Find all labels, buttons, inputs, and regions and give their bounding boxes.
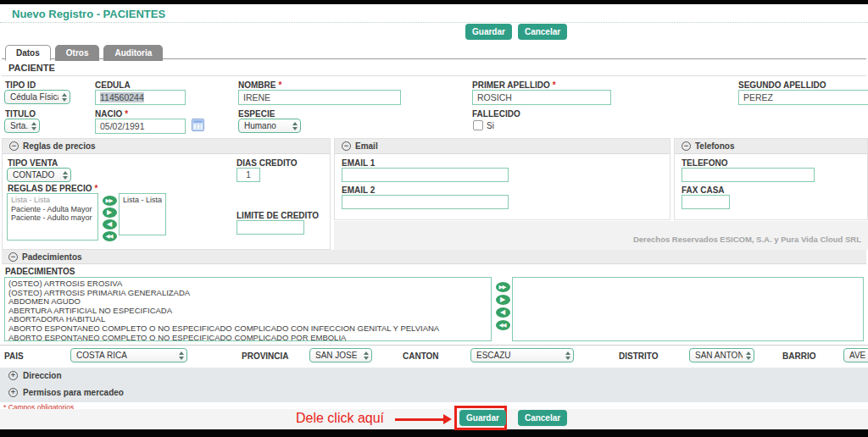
move-right-button[interactable]: ▶ xyxy=(496,295,510,305)
distrito-select[interactable]: SAN ANTONIO xyxy=(689,348,754,362)
collapse-icon[interactable]: − xyxy=(9,141,19,151)
tipo-id-label: TIPO ID xyxy=(5,80,36,90)
reglas-precio-selected-list[interactable]: Lista - Lista xyxy=(119,193,166,235)
list-item[interactable]: Paciente - Adulto mayor xyxy=(11,213,94,223)
annotation-arrow-line xyxy=(395,418,444,421)
collapse-icon[interactable]: − xyxy=(342,141,351,151)
tab-bar: Datos Otros Auditoria xyxy=(5,45,163,61)
tipo-venta-select[interactable]: CONTADO xyxy=(7,168,71,182)
list-item[interactable]: Lista - Lista xyxy=(123,196,162,205)
especie-select[interactable]: Humano xyxy=(238,119,301,133)
primer-apellido-input[interactable]: ROSICH xyxy=(472,90,611,105)
tab-otros[interactable]: Otros xyxy=(55,45,100,61)
telefonos-header[interactable]: − Telefonos xyxy=(675,139,867,154)
distrito-label: DISTRITO xyxy=(619,351,658,361)
fallecido-checkbox[interactable] xyxy=(473,120,483,130)
provincia-label: PROVINCIA xyxy=(242,351,289,361)
dias-credito-input[interactable]: 1 xyxy=(236,168,260,182)
email1-label: EMAIL 1 xyxy=(342,158,375,168)
titulo-label: TITULO xyxy=(5,109,36,119)
canton-select[interactable]: ESCAZU xyxy=(470,348,574,362)
save-button[interactable]: Guardar xyxy=(459,410,506,426)
move-right-button[interactable]: ▶ xyxy=(103,207,117,218)
padecimientos-available-list[interactable]: (OSTEO) ARTROSIS EROSIVA(OSTEO) ARTROSIS… xyxy=(4,277,492,341)
email2-input[interactable] xyxy=(342,195,509,209)
required-asterisk: * xyxy=(553,80,556,90)
collapse-icon[interactable]: − xyxy=(682,141,691,151)
dias-credito-label: DIAS CREDITO xyxy=(236,158,298,168)
reglas-precios-header[interactable]: − Reglas de precios xyxy=(3,139,330,154)
select-arrows-icon xyxy=(63,171,68,180)
expand-icon[interactable]: + xyxy=(8,371,18,380)
move-all-left-button[interactable]: ◀◀ xyxy=(103,231,117,241)
list-item[interactable]: Paciente - Adulta Mayor xyxy=(11,205,94,214)
tutorial-annotation: Dele click aquí xyxy=(296,411,384,426)
app-window: Nuevo Registro - PACIENTES Guardar Cance… xyxy=(0,0,868,437)
tab-auditoria[interactable]: Auditoria xyxy=(103,45,163,61)
primer-apellido-label: PRIMER APELLIDO* xyxy=(472,80,556,90)
permisos-section-toggle[interactable]: + Permisos para mercadeo xyxy=(8,388,124,397)
move-all-right-button[interactable]: ▶▶ xyxy=(103,196,117,206)
titulo-select[interactable]: Srta. xyxy=(4,119,40,133)
nombre-input[interactable]: IRENE xyxy=(238,90,401,105)
paciente-section-title: PACIENTE xyxy=(8,63,55,73)
expand-icon[interactable]: + xyxy=(8,388,18,397)
segundo-apellido-label: SEGUNDO APELLIDO xyxy=(738,80,826,90)
email2-label: EMAIL 2 xyxy=(342,185,375,195)
fax-casa-input[interactable] xyxy=(682,195,730,209)
reglas-precio-available-list[interactable]: Lista - ListaPaciente - Adulta MayorPaci… xyxy=(7,193,98,241)
fallecido-label: FALLECIDO xyxy=(472,109,520,119)
padecimientos-header[interactable]: − Padecimientos xyxy=(2,250,866,264)
location-row: PAIS COSTA RICA PROVINCIA SAN JOSE CANTO… xyxy=(0,345,868,368)
tab-datos[interactable]: Datos xyxy=(5,45,51,61)
top-black-bar xyxy=(0,0,868,4)
required-asterisk: * xyxy=(278,80,281,90)
bottom-black-bar xyxy=(0,429,868,437)
fallecido-checkbox-label: Si xyxy=(487,121,494,130)
list-item[interactable]: ABORTO ESPONTANEO COMPLETO O NO ESPECIFI… xyxy=(8,334,487,341)
email-panel: − Email EMAIL 1 EMAIL 2 xyxy=(334,138,670,220)
cedula-input[interactable]: 114560244 xyxy=(95,90,186,105)
move-all-left-button[interactable]: ◀◀ xyxy=(496,320,510,330)
tipo-id-select[interactable]: Cédula Física xyxy=(4,90,70,104)
cedula-label: CEDULA xyxy=(95,80,131,90)
annotation-arrow-icon xyxy=(443,414,452,424)
copyright-note: Derechos Reservados ESICOM, S.A. y Pura … xyxy=(633,235,861,244)
bottom-actions: Guardar Cancelar xyxy=(459,410,567,426)
telefono-input[interactable] xyxy=(682,168,815,182)
collapsed-sections: + Direccion + Permisos para mercadeo xyxy=(0,367,868,402)
paciente-section-row xyxy=(2,59,866,76)
telefonos-panel: − Telefonos TELEFONO FAX CASA xyxy=(674,138,868,220)
padecimientos-selected-list[interactable] xyxy=(512,277,864,341)
nacio-input[interactable]: 05/02/1991 xyxy=(95,119,186,134)
collapse-icon[interactable]: − xyxy=(8,252,18,262)
cancel-button[interactable]: Cancelar xyxy=(518,24,567,40)
move-all-right-button[interactable]: ▶▶ xyxy=(496,282,510,292)
cancel-button[interactable]: Cancelar xyxy=(518,410,567,426)
segundo-apellido-input[interactable]: PEREZ xyxy=(738,90,868,105)
provincia-select[interactable]: SAN JOSE xyxy=(309,348,372,362)
move-left-button[interactable]: ◀ xyxy=(103,219,117,230)
limite-credito-input[interactable] xyxy=(236,220,304,235)
direccion-section-toggle[interactable]: + Direccion xyxy=(8,371,62,380)
move-left-button[interactable]: ◀ xyxy=(496,307,510,318)
top-actions: Guardar Cancelar xyxy=(465,24,567,40)
reglas-precios-panel: − Reglas de precios TIPO VENTA CONTADO D… xyxy=(2,138,331,250)
select-arrows-icon xyxy=(179,351,184,360)
telefono-label: TELEFONO xyxy=(682,158,727,168)
email-header[interactable]: − Email xyxy=(335,139,670,154)
list-item[interactable]: ABORTO ESPONTANEO COMPLETO O NO ESPECIFI… xyxy=(8,324,487,334)
nacio-label: NACIO* xyxy=(95,109,128,119)
barrio-select[interactable]: AVE xyxy=(843,348,868,362)
barrio-label: BARRIO xyxy=(782,351,815,361)
list-item[interactable]: Lista - Lista xyxy=(11,196,94,205)
limite-credito-label: LIMITE DE CREDITO xyxy=(236,211,319,220)
required-asterisk: * xyxy=(94,184,97,193)
select-arrows-icon xyxy=(31,122,36,130)
list-item[interactable]: (OSTEO) ARTROSIS EROSIVA xyxy=(8,279,487,289)
email1-input[interactable] xyxy=(342,168,509,182)
pais-select[interactable]: COSTA RICA xyxy=(70,348,187,362)
calendar-icon[interactable] xyxy=(192,119,204,131)
select-arrows-icon xyxy=(746,351,751,360)
save-button[interactable]: Guardar xyxy=(465,24,512,40)
